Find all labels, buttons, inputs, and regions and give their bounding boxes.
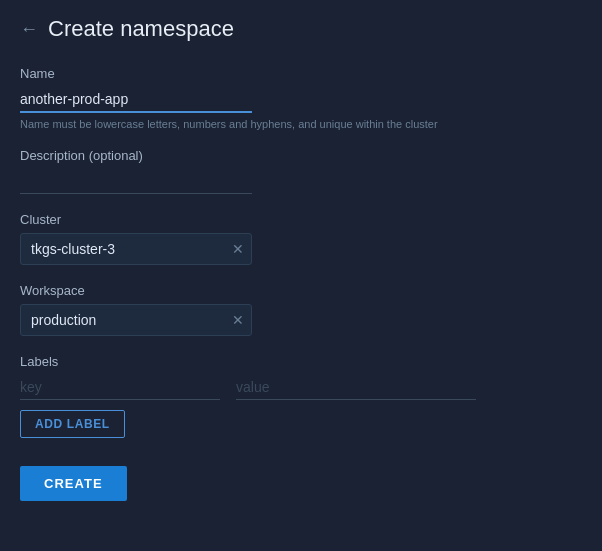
label-value-input[interactable] [236, 375, 476, 400]
cluster-input[interactable] [20, 233, 252, 265]
name-input[interactable] [20, 87, 252, 113]
cluster-select-wrapper: ✕ [20, 233, 252, 265]
workspace-label: Workspace [20, 283, 582, 298]
workspace-select-wrapper: ✕ [20, 304, 252, 336]
workspace-clear-icon[interactable]: ✕ [232, 312, 244, 328]
page-title: Create namespace [48, 16, 234, 42]
description-field-group: Description (optional) [20, 148, 582, 194]
cluster-clear-icon[interactable]: ✕ [232, 241, 244, 257]
create-button[interactable]: CREATE [20, 466, 127, 501]
name-hint: Name must be lowercase letters, numbers … [20, 118, 582, 130]
description-input[interactable] [20, 169, 252, 194]
name-label: Name [20, 66, 582, 81]
page-header: ← Create namespace [20, 16, 582, 42]
add-label-button[interactable]: ADD LABEL [20, 410, 125, 438]
page-container: ← Create namespace Name Name must be low… [0, 0, 602, 551]
labels-row [20, 375, 582, 400]
cluster-field-group: Cluster ✕ [20, 212, 582, 265]
workspace-field-group: Workspace ✕ [20, 283, 582, 336]
description-label: Description (optional) [20, 148, 582, 163]
workspace-input[interactable] [20, 304, 252, 336]
labels-section: Labels ADD LABEL [20, 354, 582, 438]
back-button[interactable]: ← [20, 19, 38, 40]
name-field-group: Name Name must be lowercase letters, num… [20, 66, 582, 130]
labels-label: Labels [20, 354, 582, 369]
cluster-label: Cluster [20, 212, 582, 227]
label-key-input[interactable] [20, 375, 220, 400]
